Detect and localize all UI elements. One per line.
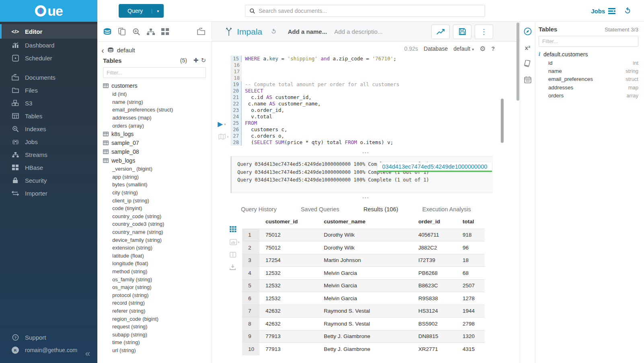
tree-table-sample_08[interactable]: sample_08: [103, 147, 212, 156]
database-header[interactable]: ‹ default: [97, 42, 212, 54]
tree-field[interactable]: bytes (smallint): [103, 181, 212, 189]
download-icon[interactable]: [230, 264, 236, 270]
sidebar-item-s3[interactable]: S3: [0, 97, 97, 109]
tree-field[interactable]: extension (string): [103, 244, 212, 252]
editor-scrollbar[interactable]: [501, 99, 504, 143]
table-row[interactable]: 317254Martin JohnsonI72T3918: [242, 254, 485, 267]
code-line[interactable]: o.order_id,: [242, 107, 284, 113]
tab-saved-queries[interactable]: Saved Queries: [290, 202, 350, 218]
tree-field[interactable]: request (string): [103, 323, 212, 331]
tree-field[interactable]: device_family (string): [103, 236, 212, 244]
language-reference-icon[interactable]: [524, 60, 531, 67]
code-line[interactable]: [242, 75, 245, 81]
refresh-tables-icon[interactable]: ↻: [201, 57, 206, 64]
sidebar-item-hbase[interactable]: HBase: [0, 161, 97, 174]
info-icon[interactable]: i: [539, 51, 540, 58]
sidebar-item-files[interactable]: Files: [0, 84, 97, 97]
tree-table-sample_07[interactable]: sample_07: [103, 138, 212, 147]
grid-view-icon[interactable]: [230, 226, 237, 232]
code-line[interactable]: c.orders o,: [242, 133, 284, 139]
tree-field[interactable]: protocol (string): [103, 291, 212, 299]
assist-field-orders[interactable]: ordersarray: [539, 91, 638, 99]
sidebar-item-indexes[interactable]: Indexes: [0, 122, 97, 135]
tables-filter-input[interactable]: [103, 67, 206, 78]
code-line[interactable]: c.name AS customer_name,: [242, 101, 321, 107]
documents-copy-icon[interactable]: [118, 28, 126, 36]
resize-handle-top[interactable]: •••: [212, 151, 520, 155]
jobs-link[interactable]: Jobs: [591, 8, 615, 14]
minimap-button[interactable]: ▾: [218, 134, 229, 140]
sidebar-item-security[interactable]: Security: [0, 174, 97, 187]
sidebar-item-importer[interactable]: Importer: [0, 187, 97, 200]
page-scrollbar[interactable]: [516, 23, 519, 101]
code-line[interactable]: [242, 68, 245, 75]
functions-icon[interactable]: x²: [525, 44, 530, 51]
code-line[interactable]: -- Compute total amount per order for al…: [242, 81, 399, 88]
tree-table-web_logs[interactable]: web_logs: [103, 156, 212, 165]
assist-table-item[interactable]: i default.customers: [539, 50, 638, 59]
tree-field[interactable]: app (string): [103, 173, 212, 181]
tree-field[interactable]: os_family (string): [103, 275, 212, 283]
tab-execution-analysis[interactable]: Execution Analysis: [412, 202, 481, 218]
tree-field[interactable]: referer (string): [103, 307, 212, 315]
zoom-plus-icon[interactable]: [132, 28, 140, 36]
tree-field[interactable]: record (string): [103, 299, 212, 307]
tree-table-k8s_logs[interactable]: k8s_logs: [103, 130, 212, 138]
tree-field[interactable]: region_code (bigint): [103, 315, 212, 323]
tree-field[interactable]: city (string): [103, 189, 212, 197]
code-line[interactable]: c.id AS customer_id,: [242, 94, 312, 101]
sidebar-item-dashboard[interactable]: Dashboard: [0, 39, 97, 52]
tree-field[interactable]: longitude (float): [103, 260, 212, 268]
tree-field[interactable]: orders (array): [103, 122, 212, 130]
query-id-tooltip[interactable]: 034d413ec7474ed5:4249de1000000000: [377, 162, 492, 172]
table-row[interactable]: 612532Melvin GarciaR9S8381278: [242, 292, 485, 305]
database-selector[interactable]: default ▾: [453, 45, 474, 52]
assist-field-name[interactable]: namestring: [539, 67, 638, 75]
assist-filter-input[interactable]: [539, 36, 638, 47]
query-history-icon[interactable]: ↺: [622, 5, 634, 17]
tree-field[interactable]: subapp (string): [103, 330, 212, 338]
query-name-field[interactable]: Add a name...: [288, 28, 327, 35]
save-button[interactable]: [453, 25, 471, 39]
sql-code-editor[interactable]: 15WHERE a.key = 'shipping' and a.zip_cod…: [212, 56, 520, 146]
tree-field[interactable]: url (string): [103, 346, 212, 354]
sidebar-item-documents[interactable]: Documents: [0, 71, 97, 84]
tree-field[interactable]: id (int): [103, 90, 212, 98]
tree-field[interactable]: latitude (float): [103, 252, 212, 260]
column-header[interactable]: customer_id: [259, 217, 318, 229]
sidebar-item-scheduler[interactable]: Scheduler: [0, 52, 97, 64]
chart-button[interactable]: [431, 25, 450, 39]
chart-view-caret[interactable]: ▾: [238, 240, 240, 244]
tree-field[interactable]: country_code3 (string): [103, 220, 212, 228]
sidebar-item-tables[interactable]: Tables: [0, 109, 97, 122]
run-query-button[interactable]: ▶ ▾: [218, 120, 226, 128]
tab-query-history[interactable]: Query History: [230, 202, 287, 218]
hue-logo[interactable]: ue: [0, 0, 97, 22]
query-dropdown-caret[interactable]: ▾: [152, 9, 164, 13]
table-row[interactable]: 412532Melvin GarciaPB626868: [242, 267, 485, 280]
more-options-button[interactable]: ⋮: [475, 25, 493, 39]
table-row[interactable]: 175012Dorothy Wilk4056711918: [242, 229, 485, 241]
assist-field-addresses[interactable]: addressesmap: [539, 83, 638, 91]
sidebar-item-user[interactable]: R romain@gethue.com: [0, 344, 97, 357]
tree-field[interactable]: method (string): [103, 268, 212, 276]
help-icon[interactable]: ?: [491, 45, 495, 52]
code-line[interactable]: WHERE a.key = 'shipping' and a.zip_code …: [242, 56, 396, 62]
code-line[interactable]: [242, 62, 245, 68]
tree-field[interactable]: os_major (string): [103, 283, 212, 291]
add-table-icon[interactable]: ✚: [193, 57, 199, 64]
collapse-sidebar-button[interactable]: «: [85, 349, 90, 359]
table-row[interactable]: 512532Melvin GarciaB8623C2507: [242, 279, 485, 292]
chart-view-icon[interactable]: ▾: [230, 239, 240, 245]
code-line[interactable]: FROM: [242, 120, 257, 126]
editor-assist-icon[interactable]: [524, 27, 532, 35]
table-row[interactable]: 977913Betty J. GiambroneDN88151320: [242, 330, 485, 343]
code-line[interactable]: SELECT: [242, 88, 263, 94]
settings-gear-icon[interactable]: ⚙: [479, 45, 486, 53]
tree-field[interactable]: time (string): [103, 338, 212, 346]
columns-view-icon[interactable]: [230, 252, 236, 258]
tree-field[interactable]: email_preferences (struct): [103, 106, 212, 114]
sidebar-item-support[interactable]: ? Support: [0, 331, 97, 344]
sitemap-icon[interactable]: [147, 28, 155, 35]
results-table-container[interactable]: customer_idcustomer_nameorder_idtotal 17…: [242, 217, 485, 363]
